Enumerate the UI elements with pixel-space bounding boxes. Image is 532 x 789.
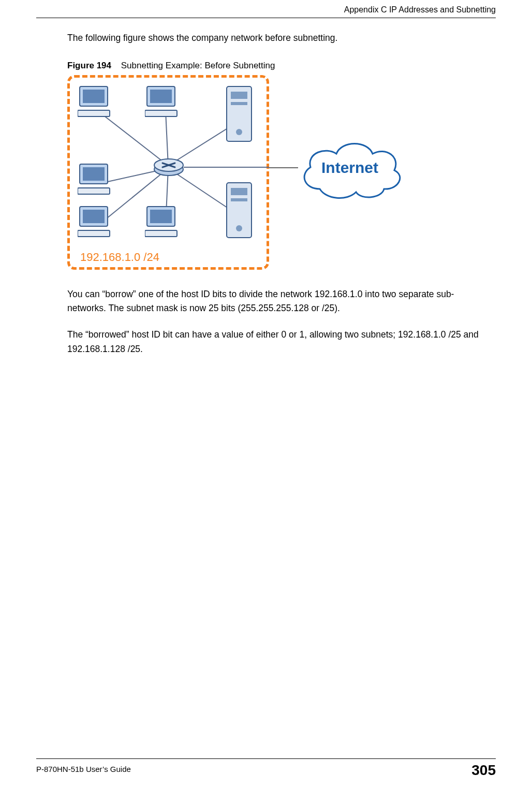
svg-point-26	[236, 129, 242, 135]
intro-paragraph: The following figure shows the company n…	[67, 31, 480, 45]
svg-rect-25	[231, 102, 247, 105]
footer-guide-name: P-870HN-51b User’s Guide	[36, 765, 131, 773]
paragraph-3: The “borrowed” host ID bit can have a va…	[67, 328, 480, 356]
header-appendix-title: Appendix C IP Addresses and Subnetting	[344, 5, 496, 14]
figure-label: Figure 194	[67, 61, 111, 70]
header-rule	[36, 18, 496, 18]
computer-icon	[145, 206, 185, 240]
svg-point-30	[236, 225, 242, 231]
content-area: The following figure shows the company n…	[67, 31, 480, 369]
router-icon	[153, 158, 184, 177]
svg-rect-19	[78, 230, 110, 237]
svg-rect-29	[231, 198, 247, 201]
wan-link-line-icon	[269, 167, 298, 168]
internet-label: Internet	[295, 159, 405, 177]
figure-title: Subnetting Example: Before Subnetting	[121, 61, 275, 70]
svg-rect-16	[78, 188, 110, 194]
document-page: Appendix C IP Addresses and Subnetting T…	[0, 0, 532, 789]
figure-caption: Figure 194 Subnetting Example: Before Su…	[67, 61, 480, 71]
svg-rect-15	[83, 167, 105, 181]
svg-rect-22	[145, 230, 177, 237]
svg-rect-28	[231, 188, 247, 195]
svg-rect-12	[150, 90, 172, 103]
footer-page-number: 305	[471, 762, 496, 779]
computer-icon	[145, 85, 185, 120]
server-icon	[226, 182, 253, 239]
server-icon	[226, 85, 253, 142]
internet-cloud: Internet	[295, 132, 405, 204]
svg-rect-10	[78, 110, 110, 116]
paragraph-2: You can “borrow” one of the host ID bits…	[67, 287, 480, 315]
footer-rule	[36, 758, 496, 759]
computer-icon	[78, 85, 118, 120]
svg-rect-18	[83, 210, 105, 223]
svg-rect-13	[145, 110, 177, 116]
svg-rect-21	[150, 210, 172, 223]
svg-rect-24	[231, 92, 247, 99]
computer-icon	[78, 163, 118, 197]
network-diagram: 192.168.1.0 /24	[67, 75, 409, 272]
computer-icon	[78, 206, 118, 240]
svg-rect-9	[83, 90, 105, 103]
